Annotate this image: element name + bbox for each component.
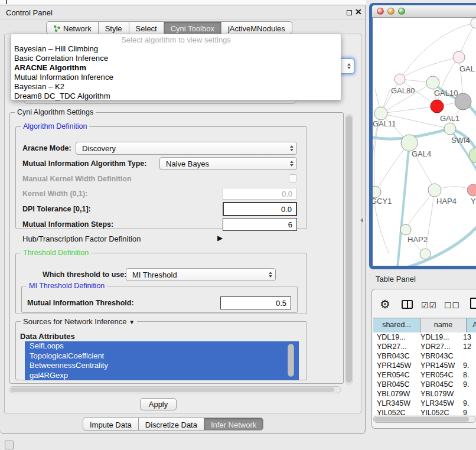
column-header[interactable]: name xyxy=(420,318,467,332)
network-node-label: GAL1 xyxy=(440,114,459,123)
network-node-gal11[interactable] xyxy=(374,107,387,120)
network-node-hap2[interactable] xyxy=(400,224,411,235)
tab-impute-data[interactable]: Impute Data xyxy=(83,418,139,431)
network-node-label: Y xyxy=(471,197,476,206)
network-node-label: GAL xyxy=(459,64,475,73)
network-canvas[interactable]: GALGAL80GAL10GAL1GAL11SWI4GAL4GCY1HAP4YH… xyxy=(373,18,476,266)
tab-network[interactable]: Network xyxy=(46,21,99,34)
apply-button[interactable]: Apply xyxy=(140,398,177,410)
table-cell: YLR345W xyxy=(417,399,459,408)
algorithm-option[interactable]: ARACNE Algorithm xyxy=(11,63,341,73)
tab-style[interactable]: Style xyxy=(98,21,129,34)
table-row[interactable]: YBR043CYBR043C xyxy=(373,351,476,361)
network-node-label: GAL80 xyxy=(391,86,415,95)
aracne-mode-combo[interactable]: Discovery xyxy=(76,142,297,155)
close-traffic-icon[interactable] xyxy=(377,8,384,15)
collapsed-panel-button[interactable] xyxy=(5,441,14,449)
network-graph: GALGAL80GAL10GAL1GAL11SWI4GAL4GCY1HAP4YH… xyxy=(373,18,476,266)
mi-steps-field[interactable]: 6 xyxy=(223,218,297,231)
columns-icon[interactable] xyxy=(402,300,413,309)
unchecked-columns-icon[interactable]: ☐☐ xyxy=(444,301,460,310)
splitter-collapse-icon[interactable] xyxy=(360,218,363,223)
table-body: YDL19...YDL19...13YDR27...YDR27...12YBR0… xyxy=(373,332,476,415)
table-cell: YIL052C xyxy=(373,408,417,415)
algorithm-option[interactable]: Bayesian – Hill Climbing xyxy=(11,44,341,54)
network-node-gal[interactable] xyxy=(453,51,465,63)
tab-infer-network[interactable]: Infer Network xyxy=(204,418,263,431)
table-cell: YDR27... xyxy=(417,342,459,351)
network-node-gal1[interactable] xyxy=(431,100,444,113)
network-node[interactable] xyxy=(455,93,471,110)
checked-columns-icon[interactable]: ☑☑ xyxy=(421,301,437,310)
tab-cyni-toolbox[interactable]: Cyni Toolbox xyxy=(164,21,221,34)
table-header: shared...nameA xyxy=(373,318,476,333)
settings-vscrollbar[interactable] xyxy=(345,114,353,384)
float-icon[interactable] xyxy=(347,10,352,15)
settings-hscrollbar-thumb[interactable] xyxy=(11,387,334,392)
list-scrollbar-thumb[interactable] xyxy=(288,344,294,377)
network-node-gcy1[interactable] xyxy=(373,186,381,198)
network-node-gal4[interactable] xyxy=(401,135,418,151)
data-attributes-list[interactable]: SelfLoopsTopologicalCoefficientBetweenne… xyxy=(25,341,299,380)
data-attribute-item[interactable]: SelfLoops xyxy=(25,341,299,351)
data-attribute-item[interactable]: gal4RGexp xyxy=(25,371,299,381)
expand-arrow-icon[interactable]: ▶ xyxy=(217,234,223,242)
document-icon[interactable] xyxy=(470,298,476,309)
which-threshold-combo[interactable]: MI Threshold xyxy=(126,268,276,281)
mi-type-value: Naive Bayes xyxy=(166,159,209,168)
minimize-traffic-icon[interactable] xyxy=(387,8,395,15)
table-row[interactable]: YER054CYER054C8. xyxy=(373,370,476,380)
zoom-traffic-icon[interactable] xyxy=(398,8,405,15)
table-cell: 9. xyxy=(459,361,476,370)
network-window-titlebar[interactable] xyxy=(372,5,476,18)
manual-kernel-checkbox[interactable] xyxy=(289,174,297,182)
table-row[interactable]: YDL19...YDL19...13 xyxy=(373,332,476,342)
collapse-arrow-icon[interactable]: ▼ xyxy=(129,319,135,325)
network-node-gal10[interactable] xyxy=(426,76,439,89)
data-attribute-item[interactable]: BetweennessCentrality xyxy=(25,361,299,371)
table-hscrollbar-thumb[interactable] xyxy=(374,417,469,422)
table-cell: 9. xyxy=(459,380,476,389)
table-hscrollbar[interactable] xyxy=(373,416,476,423)
tab-label: Cyni Toolbox xyxy=(171,24,214,33)
combo-stepper-icon xyxy=(347,63,351,69)
table-cell: YLR345W xyxy=(373,399,417,408)
tab-select[interactable]: Select xyxy=(129,21,164,34)
network-node[interactable] xyxy=(469,148,476,163)
algorithm-option[interactable]: Dream8 DC_TDC Algorithm xyxy=(11,92,341,101)
column-header[interactable]: A xyxy=(467,318,476,332)
network-node[interactable] xyxy=(471,18,476,28)
table-row[interactable]: YLR345WYLR345W9. xyxy=(373,399,476,408)
tab-jactivemnodules[interactable]: jActiveMNodules xyxy=(221,21,292,34)
network-node-y[interactable] xyxy=(467,184,476,196)
network-node-hap4[interactable] xyxy=(428,184,441,197)
column-header[interactable]: shared... xyxy=(373,318,420,332)
algorithm-option[interactable]: Mutual Information Inference xyxy=(11,73,341,82)
table-row[interactable]: YBR045CYBR045C9. xyxy=(373,380,476,389)
table-cell: 12 xyxy=(459,342,476,351)
table-cell xyxy=(459,351,476,361)
kernel-width-field[interactable]: 0.0 xyxy=(223,188,297,200)
gear-icon[interactable]: ⚙ xyxy=(380,297,390,311)
close-icon[interactable]: ✕ xyxy=(355,7,362,17)
tab-discretize-data[interactable]: Discretize Data xyxy=(138,418,204,431)
table-cell: 8. xyxy=(459,370,476,380)
network-node-swi4[interactable] xyxy=(444,123,456,135)
table-row[interactable]: YBL079WYBL079W xyxy=(373,389,476,399)
popup-placeholder: Select algorithm to view settings xyxy=(11,35,341,44)
algorithm-option[interactable]: Bayesian – K2 xyxy=(11,82,341,92)
tab-label: Network xyxy=(63,24,92,33)
dpi-tolerance-field[interactable]: 0.0 xyxy=(223,202,297,216)
settings-vscrollbar-thumb[interactable] xyxy=(346,116,352,383)
data-attribute-item[interactable]: TopologicalCoefficient xyxy=(25,351,299,361)
algorithm-option[interactable]: Basic Correlation Inference xyxy=(11,54,341,63)
settings-hscrollbar[interactable] xyxy=(9,386,341,393)
mi-threshold-field[interactable]: 0.5 xyxy=(220,296,291,309)
table-row[interactable]: YIL052CYIL052C9 xyxy=(373,408,476,415)
network-node-gal80[interactable] xyxy=(395,74,405,84)
table-row[interactable]: YPR145WYPR145W9. xyxy=(373,361,476,370)
network-node[interactable] xyxy=(420,249,431,259)
table-cell: YBR045C xyxy=(373,380,417,389)
table-row[interactable]: YDR27...YDR27...12 xyxy=(373,342,476,351)
mi-type-combo[interactable]: Naive Bayes xyxy=(159,157,297,170)
